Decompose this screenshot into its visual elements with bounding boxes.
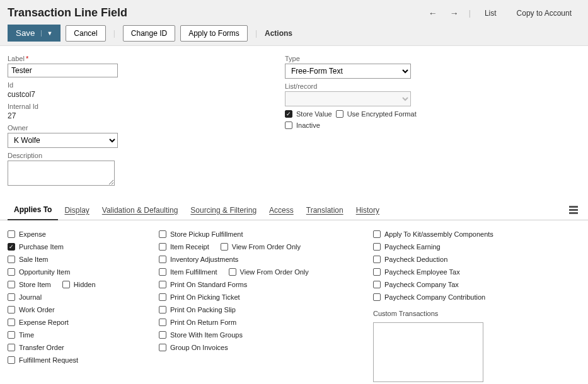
cb-store-item[interactable] [8, 281, 15, 288]
tab-access[interactable]: Access [263, 201, 300, 220]
encrypted-checkbox[interactable] [336, 110, 343, 118]
cb-store-pickup[interactable] [159, 230, 166, 238]
form-col-right: Type Free-Form Text List/record Store Va… [285, 55, 537, 191]
actions-menu[interactable]: Actions [265, 29, 292, 38]
nav-sep: | [469, 9, 471, 18]
cb-item-receipt[interactable] [159, 243, 166, 251]
cb-paycheck-comp-contrib[interactable] [373, 293, 381, 301]
cb-expense[interactable] [8, 230, 15, 238]
tab-validation[interactable]: Validation & Defaulting [96, 201, 185, 220]
applies-to-panel: Expense Purchase Item Sale Item Opportun… [0, 220, 588, 384]
cb-print-standard[interactable] [159, 281, 166, 288]
cb-opportunity-item[interactable] [8, 268, 15, 276]
description-textarea[interactable] [8, 161, 115, 186]
inactive-label: Inactive [296, 121, 320, 129]
tab-sourcing[interactable]: Sourcing & Filtering [184, 201, 263, 220]
custom-transactions-label: Custom Transactions [373, 310, 537, 317]
cb-view-from-order-1[interactable] [221, 243, 228, 251]
view-toggle-icon[interactable] [569, 206, 578, 215]
cb-expense-report[interactable] [8, 319, 15, 326]
apply-to-forms-button[interactable]: Apply to Forms [180, 25, 248, 42]
tabs: Applies To Display Validation & Defaulti… [0, 200, 588, 220]
nav-next[interactable]: → [445, 8, 464, 18]
toolbar-top: Save▼ Cancel | Change ID Apply to Forms … [8, 25, 580, 42]
cb-transfer-order[interactable] [8, 344, 15, 351]
label-label: Label* [8, 55, 260, 62]
cb-time[interactable] [8, 331, 15, 339]
save-button[interactable]: Save▼ [8, 25, 61, 42]
cb-group-invoices[interactable] [159, 344, 166, 351]
cb-sale-item[interactable] [8, 256, 15, 263]
tab-applies-to[interactable]: Applies To [8, 200, 58, 220]
change-id-button[interactable]: Change ID [123, 25, 175, 42]
type-select[interactable]: Free-Form Text [285, 64, 411, 79]
custom-transactions-box[interactable] [373, 322, 483, 382]
form-body: Label* Id custcol7 Internal Id 27 Owner … [0, 46, 588, 198]
cb-item-fulfillment[interactable] [159, 268, 166, 276]
internalid-label: Internal Id [8, 103, 260, 110]
storevalue-checkbox[interactable] [285, 110, 292, 118]
id-value: custcol7 [8, 90, 260, 99]
cb-print-packing[interactable] [159, 306, 166, 313]
inactive-checkbox[interactable] [285, 121, 292, 129]
cb-view-from-order-2[interactable] [229, 268, 236, 276]
cb-paycheck-emp-tax[interactable] [373, 268, 381, 276]
tab-translation[interactable]: Translation [300, 201, 350, 220]
label-input[interactable] [8, 64, 118, 77]
internalid-value: 27 [8, 111, 260, 120]
id-label: Id [8, 81, 260, 89]
owner-label: Owner [8, 124, 260, 132]
listrecord-select [285, 91, 411, 106]
form-col-left: Label* Id custcol7 Internal Id 27 Owner … [8, 55, 260, 191]
cb-fulfillment-request[interactable] [8, 356, 15, 364]
header-area: Transaction Line Field ← → | List Copy t… [0, 0, 588, 46]
nav-copy[interactable]: Copy to Account [508, 9, 580, 18]
cb-paycheck-earning[interactable] [373, 243, 381, 251]
cb-journal[interactable] [8, 293, 15, 301]
header-nav: ← → | List Copy to Account [424, 8, 580, 18]
cb-work-order[interactable] [8, 306, 15, 313]
type-label: Type [285, 55, 537, 62]
cb-inventory-adj[interactable] [159, 256, 166, 263]
cb-apply-kit[interactable] [373, 230, 381, 238]
owner-select[interactable]: K Wolfe [8, 133, 118, 148]
cb-purchase-item[interactable] [8, 243, 15, 251]
cb-paycheck-comp-tax[interactable] [373, 281, 381, 288]
page-title: Transaction Line Field [8, 6, 127, 20]
nav-prev[interactable]: ← [424, 8, 442, 18]
encrypted-label: Use Encrypted Format [347, 110, 417, 118]
cb-print-return[interactable] [159, 319, 166, 326]
description-label: Description [8, 152, 260, 159]
cb-print-picking[interactable] [159, 293, 166, 301]
cb-hidden[interactable] [62, 281, 70, 288]
save-dropdown-icon[interactable]: ▼ [41, 30, 52, 37]
storevalue-label: Store Value [296, 110, 332, 118]
nav-list[interactable]: List [476, 9, 505, 18]
cb-paycheck-deduction[interactable] [373, 256, 381, 263]
tab-history[interactable]: History [350, 201, 386, 220]
cb-store-item-groups[interactable] [159, 331, 166, 339]
cancel-button[interactable]: Cancel [66, 25, 105, 42]
listrecord-label: List/record [285, 82, 537, 90]
tab-display[interactable]: Display [58, 201, 95, 220]
